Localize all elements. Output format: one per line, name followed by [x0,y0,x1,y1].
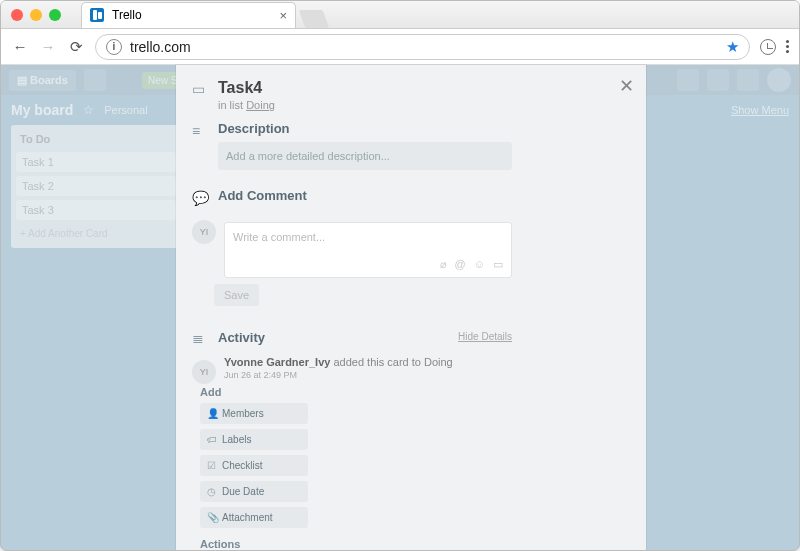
person-icon: 👤 [207,408,217,419]
browser-toolbar: ← → ⟳ i trello.com ★ [1,29,799,65]
tag-icon: 🏷 [207,434,217,445]
activity-icon: ≣ [192,330,208,346]
in-list-link[interactable]: Doing [246,99,275,111]
mention-icon[interactable]: @ [455,258,466,271]
board-visibility[interactable]: Personal [104,104,147,116]
search-button[interactable] [84,69,106,91]
add-card-link[interactable]: + Add Another Card [16,224,176,243]
browser-window: Trello × ← → ⟳ i trello.com ★ ▤ Boards N… [0,0,800,551]
window-maximize-button[interactable] [49,9,61,21]
info-button[interactable] [707,69,729,91]
new-tab-button[interactable] [299,10,330,28]
trello-app: ▤ Boards New Stuff ▤ Trello My board ☆ P… [1,65,799,551]
back-button[interactable]: ← [11,38,29,55]
description-icon: ≡ [192,123,208,139]
emoji-icon[interactable]: ☺ [474,258,485,271]
paperclip-icon: 📎 [207,512,217,523]
checklist-button[interactable]: ☑Checklist [200,455,308,476]
site-info-icon[interactable]: i [106,39,122,55]
titlebar: Trello × [1,1,799,29]
labels-button[interactable]: 🏷Labels [200,429,308,450]
card-link-icon[interactable]: ▭ [493,258,503,271]
url-text: trello.com [130,39,191,55]
tab-title: Trello [112,8,142,22]
bookmark-star-icon[interactable]: ★ [726,38,739,56]
comment-input[interactable]: Write a comment... ⌀ @ ☺ ▭ [224,222,512,278]
create-button[interactable] [677,69,699,91]
extension-clockify-icon[interactable] [760,39,776,55]
due-date-button[interactable]: ◷Due Date [200,481,308,502]
clock-icon: ◷ [207,486,217,497]
reload-button[interactable]: ⟳ [67,38,85,56]
activity-date: Jun 26 at 2:49 PM [224,370,453,380]
activity-heading: Activity [218,330,265,345]
board-title[interactable]: My board [11,102,73,118]
browser-tab[interactable]: Trello × [81,2,296,28]
comment-icon: 💬 [192,190,208,206]
browser-menu-button[interactable] [786,40,789,53]
description-heading: Description [218,121,512,136]
card-icon: ▭ [192,81,208,97]
close-modal-button[interactable]: ✕ [619,75,634,97]
list-card[interactable]: Task 2 [16,176,176,196]
card-modal: ✕ ▭ Task4 in list Doing ≡ Description Ad… [176,65,646,551]
address-bar[interactable]: i trello.com ★ [95,34,750,60]
comment-heading: Add Comment [218,188,512,203]
hide-details-link[interactable]: Hide Details [458,331,512,342]
attach-icon[interactable]: ⌀ [440,258,447,271]
tab-close-button[interactable]: × [279,8,287,23]
trello-favicon [90,8,104,22]
members-button[interactable]: 👤Members [200,403,308,424]
add-heading: Add [200,386,308,398]
save-comment-button[interactable]: Save [214,284,259,306]
activity-avatar: YI [192,360,216,384]
list-card[interactable]: Task 3 [16,200,176,220]
list-column: To Do Task 1 Task 2 Task 3 + Add Another… [11,125,181,248]
profile-avatar[interactable] [767,68,791,92]
show-menu-link[interactable]: Show Menu [731,104,789,116]
window-minimize-button[interactable] [30,9,42,21]
description-input[interactable]: Add a more detailed description... [218,142,512,170]
boards-button[interactable]: ▤ Boards [9,70,76,91]
window-close-button[interactable] [11,9,23,21]
card-title[interactable]: Task4 [218,79,512,97]
star-board-icon[interactable]: ☆ [83,103,94,117]
activity-entry: Yvonne Gardner_Ivy added this card to Do… [224,356,453,368]
user-avatar: YI [192,220,216,244]
notifications-button[interactable] [737,69,759,91]
list-title[interactable]: To Do [16,130,176,148]
attachment-button[interactable]: 📎Attachment [200,507,308,528]
list-card[interactable]: Task 1 [16,152,176,172]
checklist-icon: ☑ [207,460,217,471]
card-in-list: in list Doing [218,99,512,111]
actions-heading: Actions [200,538,308,550]
forward-button[interactable]: → [39,38,57,55]
